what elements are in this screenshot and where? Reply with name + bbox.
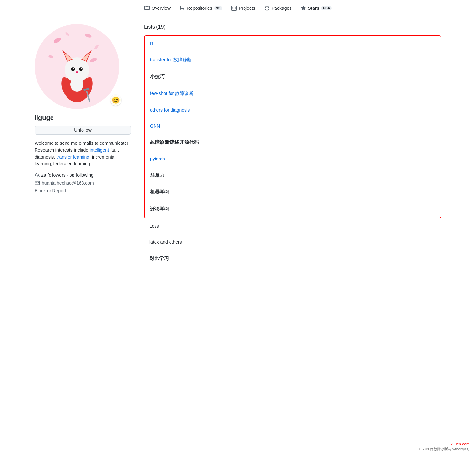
list-item-contrastive[interactable]: 对比学习 [144,250,441,267]
people-icon [35,173,40,178]
nav-packages-label: Packages [272,6,291,11]
svg-point-15 [81,68,82,69]
highlighted-lists: RUL transfer for 故障诊断 小技巧 few-shot for 故… [144,35,441,218]
avatar-illustration [38,27,116,106]
list-item-survey-label: 故障诊断综述开源代码 [150,139,199,145]
list-item-gnn[interactable]: GNN [145,118,441,134]
list-item-latex-label: latex and others [149,239,182,245]
list-item-rul[interactable]: RUL [145,36,441,52]
list-item-fewshot[interactable]: few-shot for 故障诊断 [145,85,441,102]
content-area: Lists (19) RUL transfer for 故障诊断 小技巧 few… [144,24,441,267]
list-item-attention[interactable]: 注意力 [145,167,441,184]
svg-point-4 [89,57,97,63]
book-icon [144,6,150,11]
list-item-attention-label: 注意力 [150,172,165,178]
list-item-gnn-label: GNN [150,123,160,128]
star-icon [301,6,306,11]
svg-point-0 [53,37,62,44]
svg-point-16 [76,71,78,73]
bio: Welcome to send me e-mails to communicat… [35,140,131,167]
svg-point-13 [79,67,83,71]
nav-projects-label: Projects [239,6,255,11]
dot-separator: · [67,173,68,178]
followers-row: 29 followers · 38 following [35,173,131,178]
svg-point-14 [73,68,74,69]
stars-badge: 654 [321,6,332,10]
list-item-tips-label: 小技巧 [150,74,165,79]
list-item-contrastive-label: 对比学习 [149,255,169,261]
sidebar: 😊 liguge Unfollow Welcome to send me e-m… [35,24,131,267]
nav-overview[interactable]: Overview [141,2,174,15]
following-count[interactable]: 38 [69,173,75,178]
bio-link-transfer[interactable]: transfer learning [56,154,89,159]
package-icon [264,6,270,11]
list-item-survey[interactable]: 故障诊断综述开源代码 [145,134,441,151]
lists-header: Lists (19) [144,24,441,30]
list-item-rul-label: RUL [150,41,159,46]
block-report-link[interactable]: Block or Report [35,188,66,193]
nav-stars-label: Stars [308,6,319,11]
email-row: huantaihechao@163.com [35,180,131,186]
project-icon [231,6,237,11]
list-item-transfer[interactable]: transfer for 故障诊断 [145,52,441,68]
list-item-transfer-learning[interactable]: 迁移学习 [145,201,441,218]
nav-repositories[interactable]: Repositories 92 [176,2,226,15]
list-item-ml-label: 机器学习 [150,189,170,195]
bio-link-intelligent[interactable]: intelligent [90,147,109,153]
list-item-pytorch-label: pytorch [150,156,165,161]
lists-count: 19 [158,24,164,30]
repositories-badge: 92 [214,6,222,10]
nav-overview-label: Overview [152,6,171,11]
nav-repositories-label: Repositories [187,6,212,11]
top-nav: Overview Repositories 92 Projects Packag… [0,0,476,16]
svg-point-5 [65,32,70,36]
svg-point-3 [48,55,54,59]
list-item-latex[interactable]: latex and others [144,234,441,250]
username: liguge [35,114,131,122]
list-item-fewshot-label: few-shot for 故障诊断 [150,91,193,96]
list-item-loss[interactable]: Loss [144,218,441,234]
list-item-transfer-learning-label: 迁移学习 [150,206,170,212]
svg-point-1 [85,33,92,38]
followers-label: followers [48,173,66,178]
list-item-others-label: others for diagnosis [150,107,190,113]
list-item-transfer-label: transfer for 故障诊断 [150,57,192,62]
nav-stars[interactable]: Stars 654 [297,2,335,15]
svg-point-17 [70,77,83,92]
list-item-pytorch[interactable]: pytorch [145,151,441,167]
main-layout: 😊 liguge Unfollow Welcome to send me e-m… [29,16,447,275]
list-item-others[interactable]: others for diagnosis [145,102,441,118]
emoji-badge: 😊 [110,95,121,106]
lists-label: Lists [144,24,155,30]
svg-point-12 [71,67,75,71]
unfollow-button[interactable]: Unfollow [35,126,131,135]
email-icon [35,180,40,186]
outside-items: Loss latex and others 对比学习 [144,218,441,267]
list-item-ml[interactable]: 机器学习 [145,184,441,201]
list-item-loss-label: Loss [149,223,159,229]
nav-packages[interactable]: Packages [261,2,295,15]
email-address: huantaihechao@163.com [42,180,94,186]
list-item-tips[interactable]: 小技巧 [145,68,441,85]
svg-point-2 [94,44,99,50]
avatar-container: 😊 [35,24,131,109]
following-label: following [76,173,93,178]
repo-icon [180,6,185,11]
avatar [35,24,119,109]
nav-projects[interactable]: Projects [228,2,259,15]
followers-count[interactable]: 29 [41,173,46,178]
